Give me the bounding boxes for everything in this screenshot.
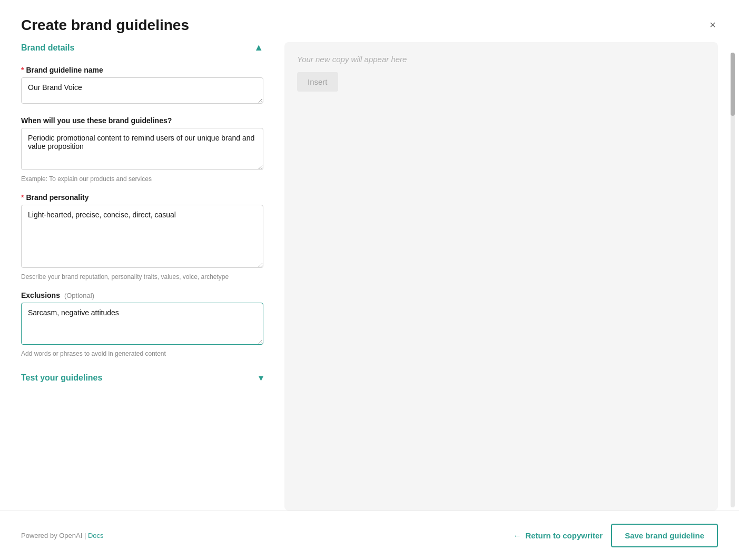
modal-container: Create brand guidelines × Brand details … bbox=[0, 0, 739, 560]
scrollbar-track[interactable] bbox=[731, 53, 735, 507]
brand-details-title: Brand details bbox=[21, 43, 74, 53]
brand-personality-input[interactable] bbox=[21, 205, 263, 268]
brand-personality-hint: Describe your brand reputation, personal… bbox=[21, 273, 263, 281]
test-guidelines-title: Test your guidelines bbox=[21, 373, 102, 383]
brand-personality-label: * Brand personality bbox=[21, 193, 263, 202]
save-brand-guideline-button[interactable]: Save brand guideline bbox=[611, 524, 718, 547]
modal-title: Create brand guidelines bbox=[21, 17, 189, 34]
when-use-field: When will you use these brand guidelines… bbox=[21, 116, 263, 183]
close-button[interactable]: × bbox=[707, 17, 718, 33]
docs-link[interactable]: Docs bbox=[88, 532, 104, 539]
exclusions-label: Exclusions (Optional) bbox=[21, 291, 263, 299]
return-to-copywriter-button[interactable]: ← Return to copywriter bbox=[513, 531, 603, 540]
brand-guideline-name-label: * Brand guideline name bbox=[21, 66, 263, 74]
insert-button[interactable]: Insert bbox=[297, 72, 338, 92]
brand-personality-field: * Brand personality Describe your brand … bbox=[21, 193, 263, 281]
test-guidelines-section: Test your guidelines ▾ bbox=[21, 368, 263, 384]
modal-body: Brand details ▲ * Brand guideline name W… bbox=[0, 42, 739, 511]
when-use-label: When will you use these brand guidelines… bbox=[21, 116, 263, 125]
when-use-input[interactable] bbox=[21, 128, 263, 170]
exclusions-field: Exclusions (Optional) Add words or phras… bbox=[21, 291, 263, 357]
right-panel-placeholder: Your new copy will appear here bbox=[297, 55, 705, 64]
when-use-hint: Example: To explain our products and ser… bbox=[21, 175, 263, 183]
left-panel: Brand details ▲ * Brand guideline name W… bbox=[21, 42, 263, 511]
brand-details-chevron[interactable]: ▲ bbox=[254, 42, 263, 53]
exclusions-hint: Add words or phrases to avoid in generat… bbox=[21, 350, 263, 357]
right-panel: Your new copy will appear here Insert bbox=[284, 42, 718, 511]
required-star: * bbox=[21, 66, 24, 74]
powered-by: Powered by OpenAI | Docs bbox=[21, 532, 104, 539]
brand-personality-required-star: * bbox=[21, 193, 24, 202]
arrow-left-icon: ← bbox=[513, 531, 521, 540]
brand-details-section-header: Brand details ▲ bbox=[21, 42, 263, 57]
footer-actions: ← Return to copywriter Save brand guidel… bbox=[513, 524, 718, 547]
brand-guideline-name-field: * Brand guideline name bbox=[21, 66, 263, 106]
modal-footer: Powered by OpenAI | Docs ← Return to cop… bbox=[0, 511, 739, 560]
exclusions-input[interactable] bbox=[21, 303, 263, 345]
exclusions-optional-label: (Optional) bbox=[64, 292, 94, 299]
close-icon: × bbox=[710, 19, 716, 31]
brand-guideline-name-input[interactable] bbox=[21, 77, 263, 104]
scrollbar-thumb[interactable] bbox=[731, 53, 735, 116]
modal-header: Create brand guidelines × bbox=[0, 0, 739, 42]
test-guidelines-chevron[interactable]: ▾ bbox=[259, 372, 263, 384]
